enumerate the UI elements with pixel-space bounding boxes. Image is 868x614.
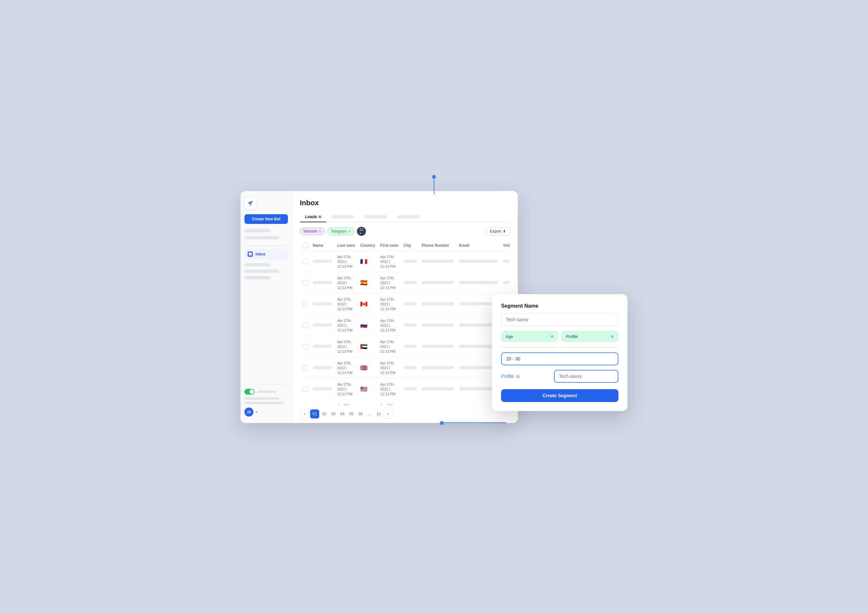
app-window: Create New Bot Inbox (241, 191, 518, 423)
export-button[interactable]: Export ⬇ (485, 227, 510, 236)
segment-tag-profile-remove[interactable]: ✕ (611, 334, 614, 339)
segment-tag-profile-label: Profile (566, 334, 578, 339)
row-checkbox-2[interactable] (302, 302, 308, 307)
nav-sk-5 (244, 276, 271, 279)
pagination-page-5[interactable]: 05 (348, 409, 355, 419)
table-row: Apr 27th, 2022 | 12:13 PM 🇦🇪 Apr 27th, 2… (300, 336, 510, 357)
cell-lastseen-4: Apr 27th, 2022 | 12:13 PM (337, 340, 352, 354)
sidebar-item-inbox[interactable]: Inbox (244, 249, 288, 259)
row-checkbox-3[interactable] (302, 323, 308, 328)
segment-tag-age-remove[interactable]: ✕ (551, 334, 554, 339)
segment-name-input[interactable] (501, 313, 618, 326)
filter-more[interactable]: 12 + (357, 227, 366, 236)
cell-name-5 (313, 366, 332, 369)
select-all-checkbox[interactable] (302, 243, 308, 248)
cell-visits-0 (503, 260, 510, 263)
cell-city-0 (404, 260, 417, 263)
avatar-dot: • (256, 409, 258, 415)
cell-email-0 (459, 260, 498, 263)
cell-phone-2 (422, 302, 454, 305)
table-row: Apr 27th, 2022 | 12:13 PM 🇨🇦 Apr 27th, 2… (300, 293, 510, 315)
create-segment-button[interactable]: Create Segment (501, 389, 618, 402)
cell-firstseen-4: Apr 27th, 2022 | 12:13 PM (380, 340, 395, 354)
tab-4[interactable] (392, 212, 425, 221)
row-checkbox-1[interactable] (302, 280, 308, 285)
filter-website[interactable]: Website ✕ (300, 228, 325, 235)
row-checkbox-0[interactable] (302, 259, 308, 264)
divider-line-2 (562, 347, 618, 348)
table-row: Apr 27th, 2022 | 12:13 PM 🇺🇸 Apr 27th, 2… (300, 378, 510, 400)
cell-lastseen-3: Apr 27th, 2022 | 12:13 PM (337, 319, 352, 332)
sidebar: Create New Bot Inbox (241, 191, 292, 423)
toggle-row (244, 389, 288, 395)
pagination-page-10[interactable]: 10 (375, 409, 383, 419)
connector-line-bottom (442, 422, 506, 423)
logo-icon (247, 200, 254, 207)
col-visits: Visits (501, 240, 510, 251)
pagination-page-6[interactable]: 06 (356, 409, 364, 419)
nav-skeleton-1 (244, 229, 271, 232)
cell-phone-3 (422, 323, 454, 327)
cell-country-6: 🇺🇸 (360, 386, 367, 392)
segment-tag-age-label: Age (506, 334, 513, 339)
segment-tag-age[interactable]: Age ✕ (501, 331, 558, 342)
pagination-prev[interactable]: ‹ (300, 409, 309, 419)
cell-country-0: 🇫🇷 (360, 258, 367, 265)
avatar-row: JD • (244, 408, 288, 417)
create-new-bot-button[interactable]: Create New Bot (244, 214, 288, 224)
segment-dividers (501, 347, 618, 348)
profile-value-input[interactable] (554, 370, 618, 383)
segment-range-input[interactable] (501, 352, 618, 365)
cell-phone-6 (422, 387, 454, 391)
tab-skeleton-2 (331, 215, 354, 219)
filter-more-label: 12 + (359, 228, 363, 235)
user-avatar[interactable]: JD (244, 408, 254, 417)
cell-firstseen-6: Apr 27th, 2022 | 12:13 PM (380, 382, 395, 396)
pagination-page-4[interactable]: 04 (339, 409, 346, 419)
filter-telegram[interactable]: Telegram ✕ (327, 228, 354, 235)
row-checkbox-6[interactable] (302, 386, 308, 392)
filter-telegram-close[interactable]: ✕ (348, 230, 351, 233)
inbox-svg (249, 253, 252, 256)
cell-email-1 (459, 281, 498, 284)
connector-dot-top (432, 175, 436, 179)
tab-3[interactable] (359, 212, 392, 221)
cell-phone-4 (422, 345, 454, 348)
table-container: Name Last seen Country First seen City P… (300, 240, 510, 405)
segment-modal-title: Segment Name (501, 303, 618, 309)
cell-city-1 (404, 281, 417, 284)
cell-city-4 (404, 345, 417, 348)
cell-lastseen-5: Apr 27th, 2022 | 12:13 PM (337, 361, 352, 375)
profile-qualifier[interactable]: is (516, 374, 520, 379)
sidebar-bottom: JD • (244, 385, 288, 417)
cell-phone-0 (422, 260, 454, 263)
profile-label-text: Profile (501, 374, 514, 379)
toggle-switch[interactable] (244, 389, 255, 395)
cell-name-3 (313, 323, 332, 327)
cell-name-0 (313, 260, 332, 263)
export-label: Export (490, 229, 501, 234)
sidebar-nav: Inbox (244, 229, 288, 385)
pagination-next[interactable]: › (384, 409, 393, 419)
svg-rect-0 (249, 253, 252, 255)
pagination-page-1[interactable]: 01 (310, 409, 319, 419)
pagination-page-3[interactable]: 03 (330, 409, 337, 419)
segment-tag-profile[interactable]: Profile ✕ (562, 331, 618, 342)
leads-table: Name Last seen Country First seen City P… (300, 240, 510, 405)
cell-city-3 (404, 323, 417, 327)
pagination-page-2[interactable]: 02 (320, 409, 328, 419)
cell-country-3: 🇷🇺 (360, 322, 367, 329)
filters-row: Website ✕ Telegram ✕ 12 + Export ⬇ (300, 227, 510, 236)
tab-skeleton-3 (364, 215, 387, 219)
row-checkbox-5[interactable] (302, 365, 308, 371)
cell-name-1 (313, 281, 332, 284)
row-checkbox-4[interactable] (302, 344, 308, 349)
svg-rect-1 (249, 255, 252, 256)
tab-2[interactable] (326, 212, 359, 221)
col-phone: Phone Number (419, 240, 457, 251)
filter-telegram-label: Telegram (331, 229, 347, 234)
filter-website-close[interactable]: ✕ (319, 230, 321, 233)
cell-country-4: 🇦🇪 (360, 343, 367, 350)
tab-leads[interactable]: Leads (300, 212, 326, 222)
table-row: Apr 27th, 2022 | 12:13 PM 🇫🇷 Apr 27th, 2… (300, 251, 510, 272)
